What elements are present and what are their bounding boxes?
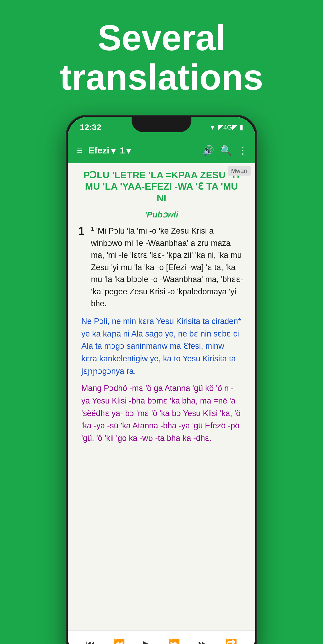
screen-body: Mwan PƆLU 'LETRE 'LA =KPAA ZESU 'YI MU '… <box>68 163 255 644</box>
chapter-dropdown-icon: ▾ <box>126 145 131 156</box>
chapter-heading: PƆLU 'LETRE 'LA =KPAA ZESU 'YI MU 'LA 'Y… <box>78 169 245 204</box>
verse-1-content: 'Mi Pɔlu 'la 'mi -o 'ke Zesu Krisi a win… <box>91 226 243 308</box>
skip-forward-button[interactable]: ⏭ <box>198 638 208 644</box>
translation-blue-block: Ne Pɔli, ne min kɛra Yesu Kirisita ta ci… <box>78 315 245 378</box>
header-line1: Several <box>97 18 225 58</box>
header-line2: translations <box>60 57 263 97</box>
bible-content: PƆLU 'LETRE 'LA =KPAA ZESU 'YI MU 'LA 'Y… <box>68 163 255 455</box>
translation-purple-text: Mang Pɔdhö -mɛ 'ö ga Atanna 'gü kö 'ö n … <box>81 382 242 445</box>
search-icon[interactable]: 🔍 <box>220 145 232 156</box>
verse-1-number: 1 <box>78 225 87 310</box>
phone-screen: 12:32 ▼ ◤4G◤ ▮ ≡ Efezi ▾ 1 <box>68 117 255 644</box>
mwan-badge: Mwan <box>228 166 251 176</box>
verse-1-sup: 1 <box>91 226 94 232</box>
skip-back-button[interactable]: ⏮ <box>86 638 95 644</box>
toolbar-book[interactable]: Efezi ▾ <box>89 145 115 156</box>
phone-inner: 12:32 ▼ ◤4G◤ ▮ ≡ Efezi ▾ 1 <box>68 117 255 644</box>
play-button[interactable]: ▶ <box>143 638 150 644</box>
book-name: Efezi <box>89 145 109 156</box>
signal-4g-icon: ◤4G◤ <box>218 124 237 131</box>
phone-wrapper: 12:32 ▼ ◤4G◤ ▮ ≡ Efezi ▾ 1 <box>0 109 323 644</box>
header-title: Several translations <box>24 18 299 97</box>
section-title: 'Pubɔwli <box>78 210 245 220</box>
app-toolbar: ≡ Efezi ▾ 1 ▾ 🔊 🔍 ⋮ <box>68 138 255 163</box>
verse-1-block: 1 1 'Mi Pɔlu 'la 'mi -o 'ke Zesu Krisi a… <box>78 225 245 310</box>
toolbar-action-icons: 🔊 🔍 ⋮ <box>202 145 248 156</box>
verse-1-text: 1 'Mi Pɔlu 'la 'mi -o 'ke Zesu Krisi a w… <box>91 225 245 310</box>
translation-blue-text: Ne Pɔli, ne min kɛra Yesu Kirisita ta ci… <box>81 315 242 378</box>
battery-icon: ▮ <box>240 124 243 131</box>
back-button[interactable]: ⏪ <box>113 638 125 644</box>
phone-device: 12:32 ▼ ◤4G◤ ▮ ≡ Efezi ▾ 1 <box>66 115 257 644</box>
repeat-button[interactable]: 🔁 <box>225 638 237 644</box>
toolbar-chapter[interactable]: 1 ▾ <box>120 145 131 156</box>
book-dropdown-icon: ▾ <box>111 145 115 156</box>
hamburger-menu-icon[interactable]: ≡ <box>75 144 84 158</box>
verse-1-num-text: 1 <box>78 225 84 237</box>
more-options-icon[interactable]: ⋮ <box>238 145 248 156</box>
translation-purple-block: Mang Pɔdhö -mɛ 'ö ga Atanna 'gü kö 'ö n … <box>78 382 245 445</box>
phone-notch <box>132 116 191 132</box>
status-time: 12:32 <box>80 123 101 132</box>
forward-button[interactable]: ⏩ <box>168 638 180 644</box>
bottom-playback-bar: ⏮ ⏪ ▶ ⏩ ⏭ 🔁 <box>68 630 255 644</box>
header-section: Several translations <box>0 0 323 109</box>
chapter-number: 1 <box>120 145 125 156</box>
wifi-icon: ▼ <box>209 124 216 131</box>
sound-icon[interactable]: 🔊 <box>202 145 214 156</box>
status-icons: ▼ ◤4G◤ ▮ <box>209 124 243 131</box>
